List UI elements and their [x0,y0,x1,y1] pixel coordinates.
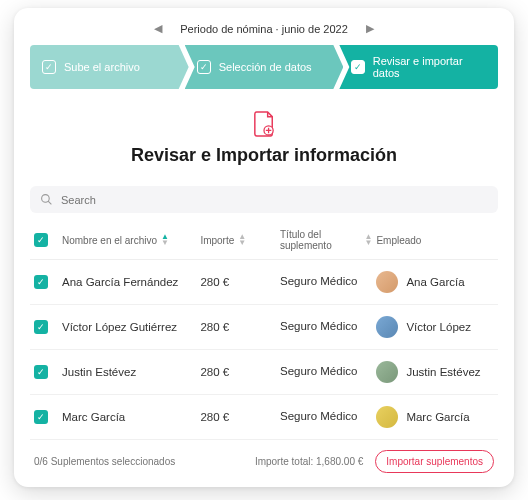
period-label: Periodo de nómina · junio de 2022 [180,23,348,35]
table-row: ✓ Justin Estévez 280 € Seguro Médico Jus… [30,350,498,395]
sort-icon: ▲▼ [364,234,372,245]
wizard-stepper: ✓ Sube el archivo ✓ Selección de datos ✓… [30,45,498,89]
step-upload[interactable]: ✓ Sube el archivo [30,45,189,89]
cell-name: Justin Estévez [62,366,196,378]
svg-line-2 [48,201,51,204]
check-icon: ✓ [42,60,56,74]
total-amount: Importe total: 1,680.00 € [255,456,363,467]
step-select-data[interactable]: ✓ Selección de datos [185,45,344,89]
chevron-right-icon[interactable]: ▶ [366,22,374,35]
table-header: ✓ Nombre en el archivo ▲▼ Importe ▲▼ Tít… [30,221,498,260]
cell-supplement: Seguro Médico [280,320,372,334]
search-box[interactable] [30,186,498,213]
table-footer: 0/6 Suplementos seleccionados Importe to… [30,440,498,475]
table-row: ✓ Marc García 280 € Seguro Médico Marc G… [30,395,498,440]
col-supplement[interactable]: Título del suplemento ▲▼ [280,229,372,251]
period-navigator: ◀ Periodo de nómina · junio de 2022 ▶ [30,22,498,35]
cell-amount: 280 € [200,321,276,333]
selected-count: 0/6 Suplementos seleccionados [34,456,175,467]
step-label: Sube el archivo [64,61,140,73]
cell-amount: 280 € [200,366,276,378]
page-title: Revisar e Importar información [30,145,498,166]
cell-employee: Marc García [376,406,494,428]
col-amount[interactable]: Importe ▲▼ [200,234,276,245]
supplements-table: ✓ Nombre en el archivo ▲▼ Importe ▲▼ Tít… [30,221,498,440]
cell-employee: Justin Estévez [376,361,494,383]
step-review-import[interactable]: ✓ Revisar e importar datos [339,45,498,89]
table-row: ✓ Ana García Fernández 280 € Seguro Médi… [30,260,498,305]
row-checkbox[interactable]: ✓ [34,365,48,379]
search-icon [40,193,53,206]
svg-point-1 [42,195,50,203]
col-employee[interactable]: Empleado [376,235,494,246]
cell-name: Víctor López Gutiérrez [62,321,196,333]
cell-name: Marc García [62,411,196,423]
cell-name: Ana García Fernández [62,276,196,288]
avatar [376,361,398,383]
import-button[interactable]: Importar suplementos [375,450,494,473]
cell-supplement: Seguro Médico [280,410,372,424]
step-label: Selección de datos [219,61,312,73]
step-label: Revisar e importar datos [373,55,486,79]
col-name[interactable]: Nombre en el archivo ▲▼ [62,234,196,245]
table-row: ✓ Víctor López Gutiérrez 280 € Seguro Mé… [30,305,498,350]
import-wizard-card: ◀ Periodo de nómina · junio de 2022 ▶ ✓ … [14,8,514,487]
cell-amount: 280 € [200,276,276,288]
document-import-icon [30,111,498,137]
sort-icon: ▲▼ [161,234,169,245]
avatar [376,316,398,338]
avatar [376,406,398,428]
chevron-left-icon[interactable]: ◀ [154,22,162,35]
check-icon: ✓ [197,60,211,74]
cell-employee: Ana García [376,271,494,293]
row-checkbox[interactable]: ✓ [34,320,48,334]
row-checkbox[interactable]: ✓ [34,410,48,424]
cell-supplement: Seguro Médico [280,275,372,289]
cell-amount: 280 € [200,411,276,423]
cell-employee: Víctor López [376,316,494,338]
cell-supplement: Seguro Médico [280,365,372,379]
search-input[interactable] [61,194,488,206]
sort-icon: ▲▼ [238,234,246,245]
select-all-checkbox[interactable]: ✓ [34,233,48,247]
row-checkbox[interactable]: ✓ [34,275,48,289]
avatar [376,271,398,293]
check-icon: ✓ [351,60,364,74]
